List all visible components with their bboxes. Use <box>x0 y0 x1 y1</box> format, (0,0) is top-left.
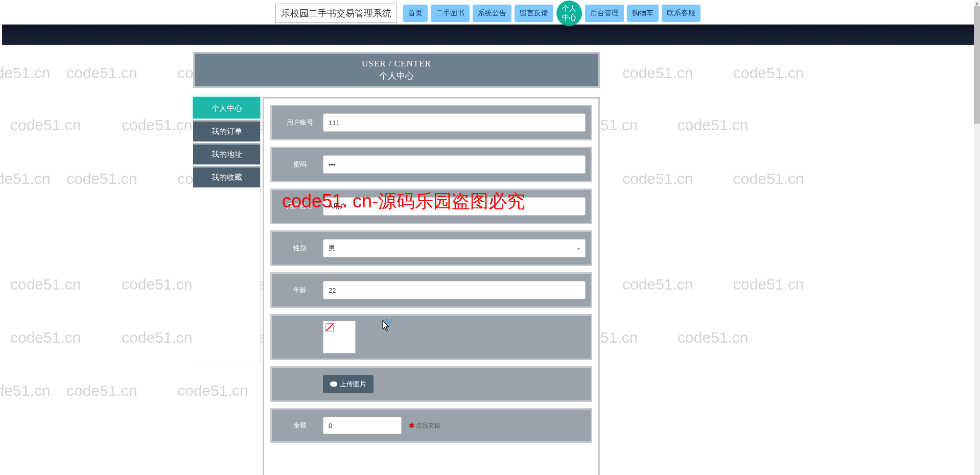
wm: code51.cn <box>66 382 137 399</box>
wm: code51.cn <box>678 329 748 346</box>
nav-notice[interactable]: 系统公告 <box>473 5 511 22</box>
wm: code51.cn <box>733 64 804 82</box>
upload-button[interactable]: 上传图片 <box>323 375 374 393</box>
page-header-cn: 个人中心 <box>379 70 414 82</box>
field-username-row: 用户账号 <box>270 105 592 140</box>
wm: code51.cn <box>733 276 804 293</box>
watermark-banner: code51. cn-源码乐园盗图必究 <box>282 189 525 214</box>
broken-image-icon <box>325 323 334 331</box>
nav-cart[interactable]: 购物车 <box>627 5 659 22</box>
field-age-row: 年龄 <box>270 272 592 308</box>
sidebar-item-address[interactable]: 我的地址 <box>193 143 260 164</box>
main-panel: 用户账号 密码 用户姓名 性别 男 ▾ 年龄 上传图片 余额 ✱ 点我充 <box>263 97 600 475</box>
recharge-link[interactable]: 点我充值 <box>416 421 440 430</box>
wm: code51.cn <box>0 64 50 82</box>
wm: code51.cn <box>10 116 81 134</box>
wm: code51.cn <box>622 170 693 187</box>
field-gender-select[interactable]: 男 ▾ <box>323 239 586 257</box>
wm: code51.cn <box>122 329 192 346</box>
field-age-input[interactable] <box>323 281 586 299</box>
scrollbar-thumb[interactable] <box>974 6 980 124</box>
field-username-label: 用户账号 <box>277 118 323 127</box>
nav-center[interactable]: 个人中心 <box>556 1 582 26</box>
field-balance-label: 余额 <box>277 421 323 430</box>
wm: code51.cn <box>733 170 804 187</box>
wm: code51.cn <box>177 382 248 399</box>
field-password-input[interactable] <box>323 155 586 174</box>
field-upload-row: 上传图片 <box>270 366 592 402</box>
required-star-icon: ✱ <box>409 421 415 430</box>
sidebar: 个人中心 我的订单 我的地址 我的收藏 <box>193 97 261 363</box>
upload-button-label: 上传图片 <box>340 379 366 389</box>
field-username-input[interactable] <box>323 113 586 132</box>
cloud-upload-icon <box>330 382 337 387</box>
wm: code51.cn <box>122 116 192 134</box>
wm: code51.cn <box>678 116 748 134</box>
nav-home[interactable]: 首页 <box>403 5 428 22</box>
field-gender-label: 性别 <box>277 244 323 253</box>
field-password-label: 密码 <box>277 160 323 169</box>
nav-admin[interactable]: 后台管理 <box>585 5 624 22</box>
wm: code51.cn <box>10 276 81 293</box>
brand-title: 乐校园二手书交易管理系统 <box>275 4 397 23</box>
wm: code51.cn <box>0 170 50 187</box>
sidebar-item-orders[interactable]: 我的订单 <box>193 120 260 141</box>
wm: code51.cn <box>122 276 192 293</box>
field-password-row: 密码 <box>270 147 592 182</box>
field-balance-input[interactable] <box>323 417 402 434</box>
field-balance-row: 余额 ✱ 点我充值 <box>270 408 592 443</box>
wm: code51.cn <box>0 382 50 399</box>
wm: code51.cn <box>10 329 81 346</box>
wm: code51.cn <box>66 170 137 187</box>
field-gender-value: 男 <box>329 244 335 253</box>
nav-feedback[interactable]: 留言反馈 <box>515 5 553 22</box>
field-gender-row: 性别 男 ▾ <box>270 230 592 266</box>
avatar-image-box[interactable] <box>323 321 356 353</box>
sidebar-item-center[interactable]: 个人中心 <box>193 97 260 118</box>
field-avatar-row <box>270 314 592 360</box>
wm: code51.cn <box>622 64 693 82</box>
page-header-en: USER / CENTER <box>362 59 431 69</box>
wm: code51.cn <box>66 64 137 82</box>
vertical-scrollbar[interactable]: ▲ <box>974 0 980 475</box>
field-age-label: 年龄 <box>277 286 323 295</box>
nav-service[interactable]: 联系客服 <box>662 5 701 22</box>
chevron-down-icon: ▾ <box>577 246 580 251</box>
wm: code51.cn <box>622 276 693 293</box>
nav-books[interactable]: 二手图书 <box>431 5 470 22</box>
scroll-up-arrow-icon[interactable]: ▲ <box>974 0 980 6</box>
sidebar-item-favorites[interactable]: 我的收藏 <box>193 166 260 187</box>
page-header: USER / CENTER 个人中心 <box>193 52 600 88</box>
top-nav: 乐校园二手书交易管理系统 首页 二手图书 系统公告 留言反馈 个人中心 后台管理… <box>2 2 974 25</box>
